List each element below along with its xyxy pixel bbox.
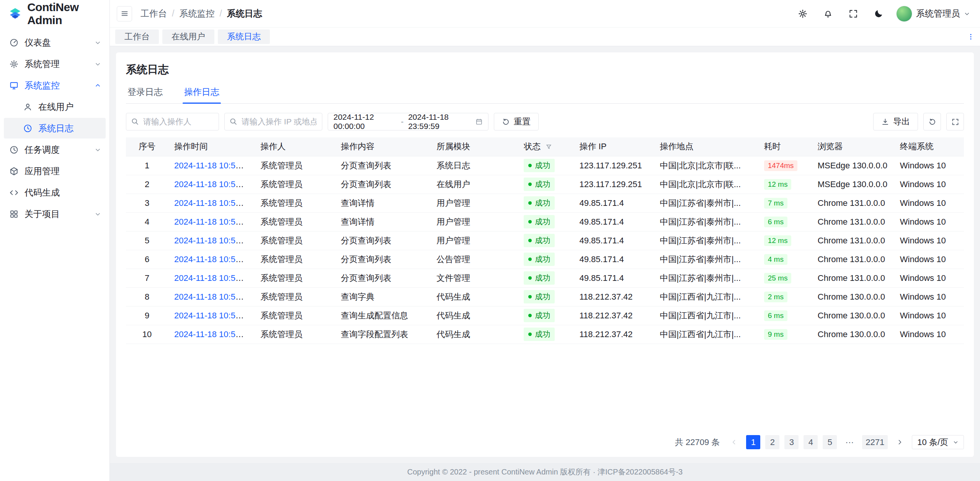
app-layout: ContiNew Admin 仪表盘 系统管理 系统监控 在线用户 xyxy=(0,0,980,481)
os-cell: Windows 10 xyxy=(894,175,964,194)
operation-time-link[interactable]: 2024-11-18 10:51:49 xyxy=(174,329,252,339)
pagination-next-button[interactable] xyxy=(893,435,907,449)
content-cell: 查询字典 xyxy=(335,287,430,306)
page-button[interactable]: 5 xyxy=(823,435,837,449)
operation-time-cell: 2024-11-18 10:51:49 xyxy=(168,306,254,325)
moon-icon xyxy=(874,9,884,19)
page-button[interactable]: 4 xyxy=(804,435,818,449)
module-cell: 在线用户 xyxy=(430,175,518,194)
sidebar-item-label: 代码生成 xyxy=(24,187,60,199)
sidebar-item-system-log[interactable]: 系统日志 xyxy=(4,118,106,139)
browser-cell: Chrome 131.0.0.0 xyxy=(812,269,894,287)
brand-logo[interactable]: ContiNew Admin xyxy=(0,0,109,28)
os-cell: Windows 10 xyxy=(894,325,964,344)
ip-search-input[interactable] xyxy=(224,113,322,130)
duration-cell: 12 ms xyxy=(758,175,812,194)
operation-time-link[interactable]: 2024-11-18 10:51:53 xyxy=(174,254,252,264)
content-cell: 分页查询列表 xyxy=(335,250,430,269)
sidebar-item-label: 仪表盘 xyxy=(24,37,51,49)
brand-logo-icon xyxy=(8,7,22,21)
operation-time-link[interactable]: 2024-11-18 10:52:12 xyxy=(174,198,252,208)
breadcrumb-item-current: 系统日志 xyxy=(227,8,262,20)
duration-badge: 12 ms xyxy=(764,179,792,190)
tab-system-log[interactable]: 系统日志 xyxy=(218,29,270,44)
sidebar-item-app-management[interactable]: 应用管理 xyxy=(4,161,106,181)
user-menu[interactable]: 系统管理员 xyxy=(896,6,970,22)
fullscreen-button[interactable] xyxy=(846,6,861,21)
breadcrumb-item[interactable]: 系统监控 xyxy=(179,8,214,20)
col-content: 操作内容 xyxy=(335,137,430,156)
os-cell: Windows 10 xyxy=(894,156,964,175)
operation-time-cell: 2024-11-18 10:51:52 xyxy=(168,269,254,287)
user-icon xyxy=(23,102,33,112)
status-dot-icon xyxy=(528,164,532,167)
operation-time-link[interactable]: 2024-11-18 10:52:47 xyxy=(174,179,252,189)
page-button[interactable]: 2271 xyxy=(862,435,888,449)
status-cell: 成功 xyxy=(518,269,573,287)
brand-name: ContiNew Admin xyxy=(27,1,109,27)
notification-button[interactable] xyxy=(820,6,836,21)
avatar[interactable] xyxy=(896,6,912,22)
ip-cell: 118.212.37.42 xyxy=(573,287,654,306)
chevron-left-icon xyxy=(731,439,737,445)
sidebar-item-system-monitor[interactable]: 系统监控 xyxy=(4,75,106,96)
operation-time-link[interactable]: 2024-11-18 10:51:55 xyxy=(174,236,252,245)
sidebar-item-label: 系统监控 xyxy=(24,80,60,91)
operation-time-link[interactable]: 2024-11-18 10:51:49 xyxy=(174,311,252,320)
page-button[interactable]: 1 xyxy=(746,435,760,449)
row-index-cell: 2 xyxy=(126,175,168,194)
row-index-cell: 7 xyxy=(126,269,168,287)
tab-login-log[interactable]: 登录日志 xyxy=(126,85,164,103)
page-size-select[interactable]: 10 条/页 xyxy=(912,435,964,449)
package-icon xyxy=(9,166,19,176)
os-cell: Windows 10 xyxy=(894,306,964,325)
content-cell: 查询生成配置信息 xyxy=(335,306,430,325)
operator-search-input[interactable] xyxy=(126,113,219,130)
ip-cell: 49.85.171.4 xyxy=(573,231,654,250)
table-refresh-button[interactable] xyxy=(923,113,941,130)
duration-cell: 1474ms xyxy=(758,156,812,175)
tab-operation-log[interactable]: 操作日志 xyxy=(183,85,221,103)
sidebar-item-task-schedule[interactable]: 任务调度 xyxy=(4,139,106,160)
duration-cell: 12 ms xyxy=(758,231,812,250)
sidebar-item-online-users[interactable]: 在线用户 xyxy=(4,96,106,117)
tab-workbench[interactable]: 工作台 xyxy=(115,29,159,44)
sidebar-collapse-button[interactable] xyxy=(117,6,132,21)
operation-time-link[interactable]: 2024-11-18 10:51:52 xyxy=(174,273,252,283)
breadcrumb-item[interactable]: 工作台 xyxy=(140,8,167,20)
pagination: 共 22709 条 12345···2271 10 条/页 xyxy=(126,427,964,449)
export-button[interactable]: 导出 xyxy=(873,113,918,130)
duration-cell: 4 ms xyxy=(758,250,812,269)
operation-time-link[interactable]: 2024-11-18 10:51:50 xyxy=(174,292,252,302)
table-fullscreen-button[interactable] xyxy=(946,113,964,130)
module-cell: 用户管理 xyxy=(430,194,518,212)
reset-button[interactable]: 重置 xyxy=(494,113,539,130)
module-cell: 用户管理 xyxy=(430,212,518,231)
browser-cell: Chrome 131.0.0.0 xyxy=(812,194,894,212)
page-button[interactable]: 2 xyxy=(765,435,779,449)
location-cell: 中国|江西省|九江市|... xyxy=(654,325,758,344)
table-row: 82024-11-18 10:51:50系统管理员查询字典代码生成成功118.2… xyxy=(126,287,964,306)
operation-time-link[interactable]: 2024-11-18 10:52:55 xyxy=(174,161,252,170)
pagination-prev-button[interactable] xyxy=(727,435,741,449)
tab-bar-more-button[interactable] xyxy=(967,33,975,41)
sidebar-item-system-management[interactable]: 系统管理 xyxy=(4,54,106,74)
chevron-down-icon xyxy=(95,39,101,46)
content-cell: 查询详情 xyxy=(335,212,430,231)
tab-online-users[interactable]: 在线用户 xyxy=(162,29,214,44)
sidebar-item-about-project[interactable]: 关于项目 xyxy=(4,204,106,224)
page-button[interactable]: 3 xyxy=(784,435,799,449)
ip-cell: 49.85.171.4 xyxy=(573,194,654,212)
date-range-picker[interactable]: 2024-11-12 00:00:00 - 2024-11-18 23:59:5… xyxy=(328,113,488,130)
dark-mode-toggle[interactable] xyxy=(871,6,886,21)
sidebar-item-dashboard[interactable]: 仪表盘 xyxy=(4,32,106,53)
operation-time-link[interactable]: 2024-11-18 10:52:05 xyxy=(174,217,252,227)
location-cell: 中国|江苏省|泰州市|... xyxy=(654,212,758,231)
col-status: 状态 xyxy=(518,137,573,156)
sidebar-item-code-generation[interactable]: 代码生成 xyxy=(4,182,106,203)
status-dot-icon xyxy=(528,314,532,317)
filter-icon[interactable] xyxy=(546,143,552,150)
settings-button[interactable] xyxy=(795,6,810,21)
pagination-total: 共 22709 条 xyxy=(675,437,720,448)
pagination-ellipsis[interactable]: ··· xyxy=(842,435,857,449)
